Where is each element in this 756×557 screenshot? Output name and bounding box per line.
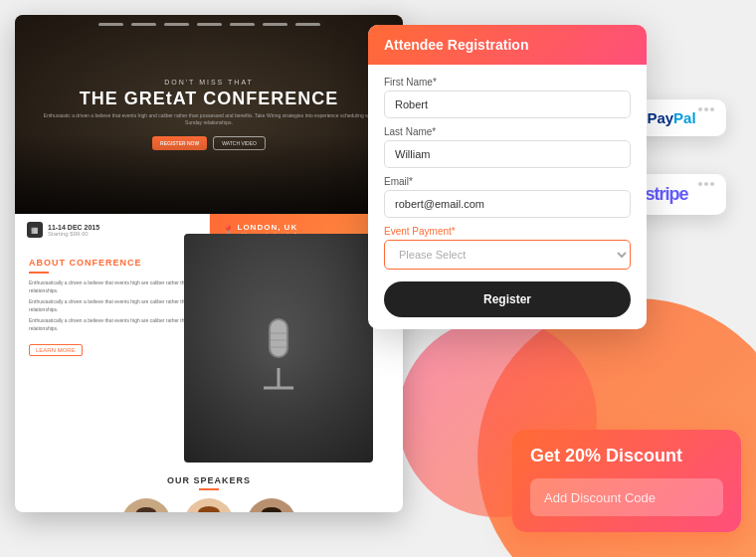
speaker-card-2: [182, 498, 237, 512]
register-now-button[interactable]: REGISTER NOW: [152, 136, 207, 150]
registration-header: Attendee Registration: [368, 25, 647, 65]
conference-dates: 11-14 DEC 2015: [48, 224, 99, 231]
register-button[interactable]: Register: [384, 281, 631, 317]
first-name-input[interactable]: [384, 91, 631, 118]
last-name-label: Last Name*: [384, 126, 631, 137]
hero-subtitle: DON'T MISS THAT: [164, 79, 254, 86]
fake-nav: [15, 23, 403, 26]
speaker-avatar-1: [121, 498, 171, 512]
conference-city: LONDON, UK: [238, 223, 304, 232]
speaker-photo-3: [247, 498, 296, 512]
hero-title: THE GREtAT CONFERENCE: [80, 90, 339, 109]
registration-card: Attendee Registration First Name* Last N…: [368, 25, 647, 329]
calendar-icon: ▦: [27, 222, 43, 238]
hero-description: Enthusiastic a driven a believe that eve…: [35, 112, 383, 126]
speakers-underline: [199, 488, 219, 490]
last-name-input[interactable]: [384, 140, 631, 168]
payment-select[interactable]: Please Select PayPal Stripe: [384, 240, 631, 270]
speaker-avatar-2: [184, 498, 234, 512]
microphone-svg: [249, 298, 308, 398]
discount-input-wrapper[interactable]: Add Discount Code: [530, 478, 723, 516]
paypal-menu-dots: [698, 107, 714, 111]
info-dates: ▦ 11-14 DEC 2015 Starting $99.00: [15, 214, 210, 246]
speaker-avatar-3: [247, 498, 296, 512]
discount-card: Get 20% Discount Add Discount Code: [512, 430, 741, 532]
speaker-card-1: [119, 498, 174, 512]
learn-more-button[interactable]: LEARN MORE: [29, 344, 83, 356]
website-screenshot: DON'T MISS THAT THE GREtAT CONFERENCE En…: [15, 15, 403, 512]
registration-title: Attendee Registration: [384, 37, 631, 53]
mic-image-area: [184, 234, 373, 463]
about-divider: [29, 272, 49, 274]
stripe-logo: stripe: [645, 184, 687, 205]
speakers-row: [29, 498, 389, 512]
payment-label: Event Payment*: [384, 226, 631, 237]
speaker-photo-1: [121, 498, 171, 512]
speakers-title: OUR SPEAKERS: [29, 475, 389, 485]
email-input[interactable]: [384, 190, 631, 218]
speaker-photo-2: [184, 498, 234, 512]
discount-input-placeholder: Add Discount Code: [544, 490, 656, 505]
conference-price: Starting $99.00: [48, 231, 99, 237]
svg-rect-3: [271, 320, 286, 356]
first-name-label: First Name*: [384, 77, 631, 88]
registration-form: First Name* Last Name* Email* Event Paym…: [368, 65, 647, 329]
discount-title: Get 20% Discount: [530, 446, 723, 466]
watch-video-button[interactable]: WATCH VIDEO: [213, 136, 266, 150]
hero-buttons: REGISTER NOW WATCH VIDEO: [152, 136, 266, 150]
stripe-menu-dots: [698, 182, 714, 186]
hero-section: DON'T MISS THAT THE GREtAT CONFERENCE En…: [15, 15, 403, 214]
email-label: Email*: [384, 176, 631, 187]
speakers-section: OUR SPEAKERS: [15, 467, 403, 512]
speaker-card-3: [245, 498, 299, 512]
